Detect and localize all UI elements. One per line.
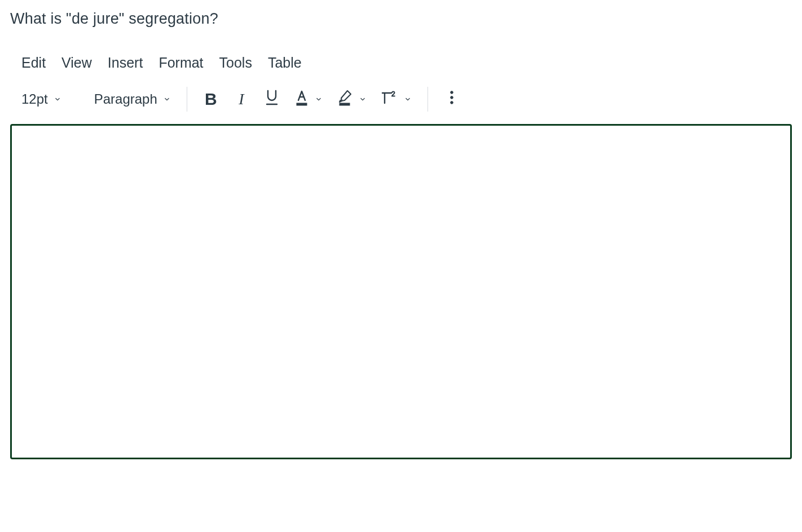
kebab-icon — [450, 90, 454, 108]
chevron-down-icon — [315, 95, 323, 103]
menu-edit[interactable]: Edit — [21, 55, 46, 71]
text-color-button[interactable] — [294, 89, 323, 109]
toolbar-divider — [187, 87, 187, 112]
text-color-icon — [294, 89, 309, 109]
chevron-down-icon — [163, 95, 171, 103]
block-format-select[interactable]: Paragraph — [94, 91, 171, 107]
svg-point-6 — [450, 96, 453, 99]
highlight-color-button[interactable] — [337, 89, 367, 109]
italic-icon: I — [239, 90, 244, 108]
rich-text-editor: Edit View Insert Format Tools Table 12pt… — [10, 55, 792, 112]
svg-rect-3 — [340, 103, 350, 105]
menu-table[interactable]: Table — [268, 55, 302, 71]
question-prompt: What is "de jure" segregation? — [10, 10, 792, 28]
editor-toolbar: 12pt Paragraph B I — [21, 87, 792, 112]
menu-insert[interactable]: Insert — [108, 55, 143, 71]
chevron-down-icon — [359, 95, 367, 103]
menu-tools[interactable]: Tools — [219, 55, 252, 71]
svg-text:2: 2 — [391, 90, 395, 98]
svg-point-5 — [450, 91, 453, 94]
bold-button[interactable]: B — [203, 89, 219, 109]
chevron-down-icon — [404, 95, 412, 103]
toolbar-text-group: 12pt Paragraph — [21, 91, 171, 107]
more-options-button[interactable] — [444, 89, 460, 109]
font-size-value: 12pt — [21, 91, 48, 107]
bold-icon: B — [205, 90, 217, 109]
editor-content-area[interactable] — [10, 124, 792, 459]
toolbar-divider — [428, 87, 428, 112]
menu-view[interactable]: View — [61, 55, 92, 71]
italic-button[interactable]: I — [233, 89, 249, 109]
superscript-button[interactable]: 2 — [381, 89, 412, 109]
block-format-value: Paragraph — [94, 91, 157, 107]
superscript-icon: 2 — [381, 90, 398, 109]
toolbar-format-group: B I — [203, 89, 412, 109]
underline-button[interactable] — [264, 89, 280, 109]
underline-icon — [265, 89, 279, 109]
chevron-down-icon — [54, 95, 61, 103]
menu-format[interactable]: Format — [158, 55, 203, 71]
highlight-color-icon — [337, 89, 353, 109]
editor-menubar: Edit View Insert Format Tools Table — [21, 55, 792, 71]
svg-point-7 — [450, 101, 453, 104]
svg-rect-2 — [297, 103, 307, 105]
font-size-select[interactable]: 12pt — [21, 91, 61, 107]
